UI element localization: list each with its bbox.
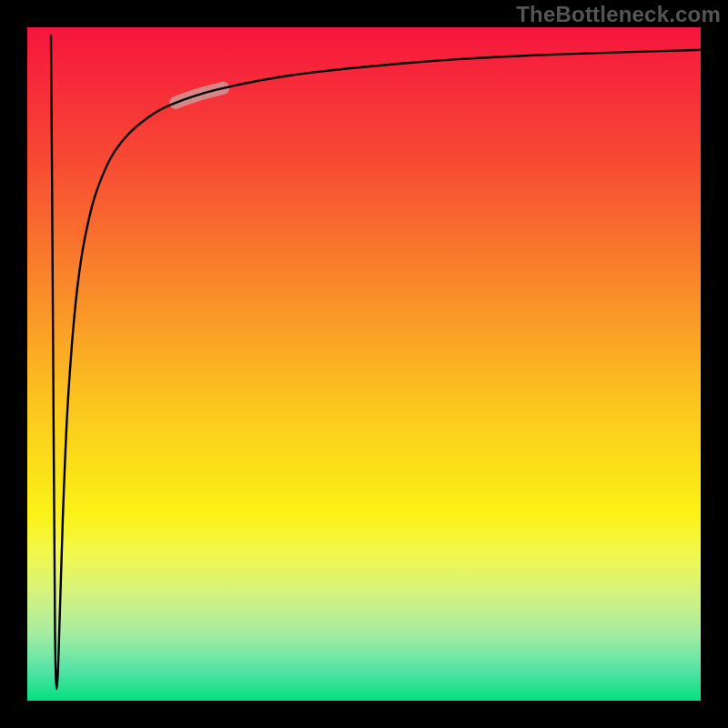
- chart-container: TheBottleneck.com: [0, 0, 728, 728]
- plot-background: [27, 25, 703, 703]
- bottleneck-curve-chart: [0, 0, 728, 728]
- watermark-text: TheBottleneck.com: [516, 2, 721, 27]
